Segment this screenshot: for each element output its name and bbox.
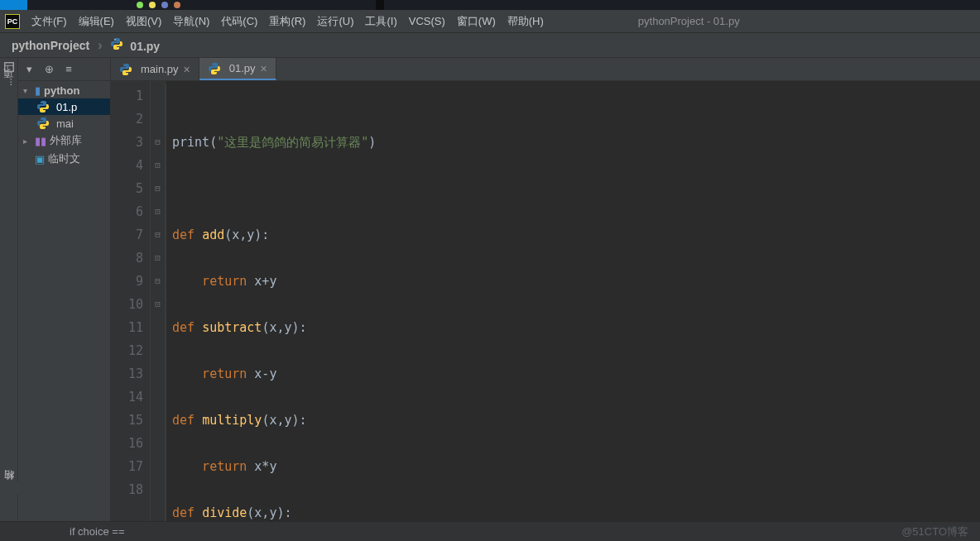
- tab-01-py[interactable]: 01.py ×: [199, 58, 276, 80]
- menubar: PC 文件(F) 编辑(E) 视图(V) 导航(N) 代码(C) 重构(R) 运…: [0, 10, 980, 33]
- python-file-icon: [36, 117, 50, 130]
- menu-view[interactable]: 视图(V): [126, 14, 161, 29]
- project-root[interactable]: ▾ ▮ python: [18, 83, 110, 98]
- taskbar-icon[interactable]: [137, 2, 143, 8]
- close-icon[interactable]: ×: [184, 63, 190, 76]
- locate-icon[interactable]: ⊕: [41, 62, 56, 77]
- tree-item-label: 01.p: [56, 101, 77, 113]
- left-tool-strip: 项...: [0, 58, 18, 521]
- code-editor[interactable]: 123 456 789 101112 131415 161718 ⊟⊡⊟⊡⊟⊡⊟…: [111, 81, 980, 521]
- taskbar-icon[interactable]: [149, 2, 156, 8]
- svg-point-0: [115, 39, 116, 40]
- tree-item-label: 临时文: [48, 151, 80, 166]
- python-file-icon: [36, 100, 50, 113]
- code-breadcrumb[interactable]: if choice ==: [13, 525, 125, 538]
- menu-refactor[interactable]: 重构(R): [269, 14, 305, 29]
- python-file-icon: [208, 62, 221, 75]
- breadcrumb-file[interactable]: 01.py: [110, 37, 160, 53]
- tree-scratches[interactable]: ▣ 临时文: [18, 150, 110, 168]
- tree-file-main[interactable]: mai: [18, 115, 110, 132]
- breadcrumb-project[interactable]: pythonProject: [12, 39, 89, 52]
- chevron-down-icon: ▾: [23, 86, 31, 95]
- menu-file[interactable]: 文件(F): [31, 14, 67, 29]
- sidebar-dropdown-icon[interactable]: ▾: [22, 62, 36, 77]
- tree-external-libs[interactable]: ▸ ▮▮ 外部库: [18, 132, 110, 150]
- window-title: pythonProject - 01.py: [555, 15, 740, 27]
- project-sidebar: ▾ ⊕ ≡ ▾ ▮ python 01.p mai: [18, 58, 111, 521]
- tab-label: main.py: [141, 63, 179, 75]
- taskbar-icon[interactable]: [174, 2, 180, 8]
- menu-help[interactable]: 帮助(H): [507, 14, 544, 29]
- project-root-label: python: [44, 84, 79, 97]
- menu-code[interactable]: 代码(C): [221, 14, 257, 29]
- os-titlebar: [0, 0, 980, 10]
- python-file-icon: [110, 37, 123, 50]
- scratch-icon: ▣: [35, 153, 45, 165]
- nav-breadcrumb: pythonProject › 01.py: [0, 33, 980, 58]
- app-icon: PC: [5, 14, 20, 29]
- tree-item-label: 外部库: [50, 133, 82, 148]
- chevron-right-icon: ›: [98, 38, 102, 53]
- tree-item-label: mai: [56, 117, 74, 130]
- python-file-icon: [119, 63, 132, 76]
- fold-gutter: ⊟⊡⊟⊡⊟⊡⊟⊡: [151, 81, 166, 521]
- taskbar-icon[interactable]: [161, 2, 168, 8]
- tab-label: 01.py: [229, 62, 256, 74]
- structure-tool[interactable]: 结构: [0, 481, 18, 495]
- code-content[interactable]: print("这里是鸽鸽的简易计算器") def add(x,y): retur…: [166, 81, 980, 521]
- svg-point-1: [118, 47, 119, 48]
- watermark: @51CTO博客: [901, 524, 968, 539]
- project-tool-icon[interactable]: [3, 61, 15, 73]
- tree-file-01[interactable]: 01.p: [18, 98, 110, 115]
- menu-run[interactable]: 运行(U): [317, 14, 353, 29]
- line-number-gutter: 123 456 789 101112 131415 161718: [111, 81, 151, 521]
- folder-icon: ▮: [35, 84, 41, 97]
- editor-tabs: main.py × 01.py ×: [111, 58, 980, 81]
- project-tool-label[interactable]: 项...: [2, 78, 16, 86]
- editor-area: main.py × 01.py × 123 456 789 101112 131…: [111, 58, 980, 521]
- menu-navigate[interactable]: 导航(N): [173, 14, 209, 29]
- svg-rect-2: [4, 63, 13, 72]
- tab-main-py[interactable]: main.py ×: [111, 58, 199, 80]
- menu-vcs[interactable]: VCS(S): [409, 15, 445, 27]
- menu-edit[interactable]: 编辑(E): [79, 14, 114, 29]
- chevron-right-icon: ▸: [23, 136, 31, 146]
- close-icon[interactable]: ×: [261, 62, 267, 75]
- menu-window[interactable]: 窗口(W): [457, 14, 496, 29]
- editor-breadcrumb: if choice == @51CTO博客: [0, 521, 980, 541]
- library-icon: ▮▮: [35, 135, 46, 147]
- menu-tools[interactable]: 工具(I): [365, 14, 396, 29]
- collapse-icon[interactable]: ≡: [61, 62, 76, 77]
